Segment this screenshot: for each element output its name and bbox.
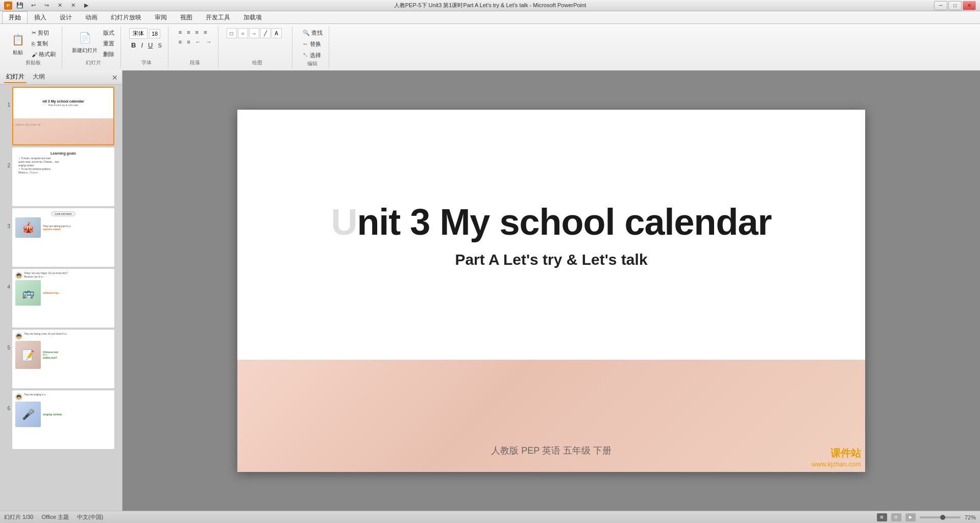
tab-insert[interactable]: 插入 [28, 11, 53, 23]
indent-decrease-button[interactable]: ← [193, 38, 203, 46]
indent-increase-button[interactable]: → [204, 38, 214, 46]
slide1-publisher: 人教版PEP 英语 五年级 下册 [13, 122, 41, 127]
tab-home[interactable]: 开始 [2, 11, 28, 23]
shape-rect[interactable]: □ [227, 28, 237, 38]
play-btn[interactable]: ▶ [81, 1, 92, 11]
maximize-button[interactable]: □ [948, 1, 962, 10]
copy-button[interactable]: ⎘复制 [30, 39, 58, 48]
align-center-button[interactable]: ≡ [185, 28, 192, 36]
layout-button[interactable]: 版式 [101, 28, 116, 38]
slide-thumb-2: 2 Learning goals ✓ To listen, recognize … [2, 147, 120, 206]
zoom-level: 72% [965, 514, 976, 520]
zoom-slider[interactable] [920, 516, 961, 518]
slide-thumb-3: 3 Look and learn 🎪 They are taking part … [2, 208, 120, 267]
redo-btn[interactable]: ↪ [41, 1, 52, 11]
status-right: ⊞ ⊟ ▶ 72% [877, 513, 976, 521]
numbering-button[interactable]: ≡ [185, 38, 192, 46]
tab-addins[interactable]: 加载项 [237, 11, 268, 23]
tab-animation[interactable]: 动画 [79, 11, 104, 23]
close-file2-btn[interactable]: ✕ [67, 1, 79, 11]
new-slide-label: 新建幻灯片 [72, 47, 97, 54]
clipboard-label: 剪贴板 [26, 59, 41, 66]
slide-preview-4[interactable]: 🧒 Today I am very happy. Do you know why… [12, 269, 114, 328]
ribbon-group-paragraph: ≡ ≡ ≡ ≡ ≡ ≡ ← → 段落 [173, 26, 218, 68]
tab-view[interactable]: 视图 [174, 11, 199, 23]
copy-icon: ⎘ [32, 41, 35, 47]
font-size-select[interactable]: 18 [149, 29, 160, 38]
slide5-image: 📝 [15, 341, 41, 369]
ribbon-group-slides: 📄 新建幻灯片 版式 重置 删除 幻灯片 [66, 26, 121, 68]
find-button[interactable]: 🔍 查找 [301, 28, 325, 38]
slide3-content: Look and learn 🎪 They are taking part in… [13, 209, 113, 266]
slide-sorter-button[interactable]: ⊟ [891, 513, 901, 521]
title-bar-left: P 💾 ↩ ↪ ✕ ✕ ▶ [4, 1, 92, 11]
minimize-button[interactable]: ─ [934, 1, 947, 10]
align-right-button[interactable]: ≡ [193, 28, 201, 36]
undo-btn[interactable]: ↩ [28, 1, 39, 11]
watermark-line2: www.kjzhan.com [812, 460, 861, 468]
align-left-button[interactable]: ≡ [177, 28, 184, 36]
slide6-content: 🧒 They are singing in a 🎤 singing contes… [13, 391, 113, 448]
slide5-content: 🧒 They are having a test. Do you know it… [13, 331, 113, 387]
language: 中文(中国) [77, 513, 103, 521]
reset-button[interactable]: 重置 [101, 39, 116, 48]
slides-label: 幻灯片 [86, 59, 101, 66]
slide-main-bottom: 人教版 PEP 英语 五年级 下册 课件站 www.kjzhan.com [237, 360, 865, 472]
slide2-item-5: Where is...? It is in... [16, 171, 110, 174]
shape-text[interactable]: A [272, 28, 282, 38]
slide-thumb-6: 6 🧒 They are singing in a 🎤 singing cont… [2, 390, 120, 449]
format-painter-button[interactable]: 🖌格式刷 [30, 49, 58, 59]
save-btn[interactable]: 💾 [14, 1, 26, 11]
slides-panel[interactable]: 1 nit 3 My school calendar Part A Let's … [0, 85, 122, 511]
close-file-btn[interactable]: ✕ [54, 1, 65, 11]
italic-button[interactable]: I [139, 40, 145, 50]
slide-preview-2[interactable]: Learning goals ✓ To listen, recognize an… [12, 147, 114, 206]
tab-developer[interactable]: 开发工具 [199, 11, 237, 23]
close-button[interactable]: ✕ [963, 1, 976, 10]
shape-line[interactable]: ╱ [260, 28, 271, 38]
underline-button[interactable]: U [146, 40, 155, 50]
font-family-select[interactable]: 宋体 [129, 28, 148, 39]
slide-preview-5[interactable]: 🧒 They are having a test. Do you know it… [12, 330, 114, 388]
new-slide-button[interactable]: 📄 新建幻灯片 [70, 28, 99, 59]
slide6-image: 🎤 [15, 402, 41, 427]
slide3-image: 🎪 [15, 217, 41, 238]
slideshow-view-button[interactable]: ▶ [905, 513, 916, 521]
justify-button[interactable]: ≡ [202, 28, 209, 36]
cut-button[interactable]: ✂剪切 [30, 28, 58, 38]
tab-review[interactable]: 审阅 [148, 11, 174, 23]
paste-button[interactable]: 📋 粘贴 [8, 30, 28, 58]
paragraph-label: 段落 [190, 59, 200, 66]
delete-button[interactable]: 删除 [101, 49, 116, 59]
bullet-button[interactable]: ≡ [177, 38, 184, 46]
status-bar: 幻灯片 1/30 Office 主题 中文(中国) ⊞ ⊟ ▶ 72% [0, 511, 980, 523]
shadow-button[interactable]: S [156, 41, 163, 49]
slide5-highlight2: maths test? [43, 356, 58, 359]
panel-close-button[interactable]: ✕ [112, 73, 118, 82]
tab-slideshow[interactable]: 幻灯片放映 [104, 11, 148, 23]
slide6-top: They are singing in a [24, 393, 45, 396]
slide-preview-6[interactable]: 🧒 They are singing in a 🎤 singing contes… [12, 390, 114, 449]
slide5-top: They are having a test. Do you know it's… [24, 333, 66, 335]
replace-button[interactable]: ↔ 替换 [301, 39, 325, 49]
shape-arrow[interactable]: → [249, 28, 259, 38]
slide-count: 幻灯片 1/30 [4, 513, 33, 521]
slide-number-5: 5 [2, 345, 10, 351]
watermark: 课件站 www.kjzhan.com [812, 446, 861, 468]
slide-preview-3[interactable]: Look and learn 🎪 They are taking part in… [12, 208, 114, 267]
slide1-bottom: 人教版PEP 英语 五年级 下册 [13, 118, 113, 145]
bold-button[interactable]: B [129, 40, 138, 50]
slide-canvas[interactable]: Unit 3 My school calendar Part A Let's t… [237, 110, 865, 472]
shape-circle[interactable]: ○ [238, 28, 248, 38]
slide3-badge: Look and learn [51, 211, 75, 216]
app-icon: P [4, 2, 12, 10]
panel-tab-outline[interactable]: 大纲 [31, 71, 47, 83]
panel-tab-slides[interactable]: 幻灯片 [4, 71, 27, 83]
main-view: Unit 3 My school calendar Part A Let's t… [122, 70, 980, 511]
select-button[interactable]: ↖ 选择 [301, 51, 325, 60]
slide-preview-1[interactable]: nit 3 My school calendar Part A Let's tr… [12, 87, 114, 145]
normal-view-button[interactable]: ⊞ [877, 513, 887, 521]
slide-number-4: 4 [2, 284, 10, 290]
tab-design[interactable]: 设计 [53, 11, 79, 23]
slide3-text: They are taking part in a sports meet. [43, 225, 70, 231]
